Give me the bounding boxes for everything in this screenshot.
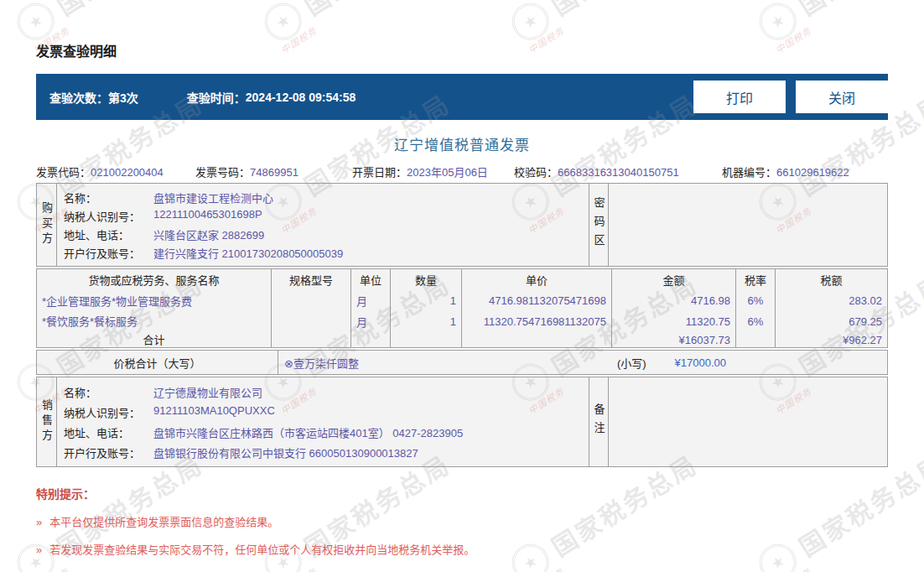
field-value: 盘锦银行股份有限公司中银支行 660050130900013827 <box>153 445 418 460</box>
watermark-tile: ★国家税务总局中国税务 <box>505 0 738 47</box>
notice-item: »若发现发票查验结果与实际交易不符，任何单位或个人有权拒收并向当地税务机关举报。 <box>36 541 475 557</box>
column-header: 货物或应税劳务、服务名称 <box>37 269 271 290</box>
check-time-value: 2024-12-08 09:54:58 <box>246 91 356 104</box>
page-title: 发票查验明细 <box>36 40 117 60</box>
field-value: 91211103MA10QPUXXC <box>153 404 275 420</box>
grand-total-label: 价税合计（大写） <box>37 351 278 374</box>
tax-bureau-emblem-icon: ★ <box>752 537 803 572</box>
column-header: 金额 <box>612 269 735 290</box>
invoice-code: 发票代码：021002200404 <box>36 164 195 179</box>
check-count: 查验次数：第3次 <box>49 89 138 106</box>
column-header: 税率 <box>736 269 775 290</box>
close-button[interactable]: 关闭 <box>796 81 888 113</box>
column-amount: 金额 4716.98 11320.75 ¥16037.73 <box>612 269 736 347</box>
invoice-code-label: 发票代码： <box>36 166 91 179</box>
check-time: 查验时间：2024-12-08 09:54:58 <box>187 89 356 106</box>
item-taxrate: 6% <box>748 294 764 307</box>
invoice-number: 发票号码：74869951 <box>195 164 352 179</box>
tax-bureau-emblem-icon: ★ <box>505 537 556 572</box>
field-label: 开户行及账号： <box>64 445 153 460</box>
invoice-verification-page: 发票查验明细 查验次数：第3次 查验时间：2024-12-08 09:54:58… <box>0 0 924 572</box>
item-unit: 月 <box>356 293 367 309</box>
item-qty: 1 <box>450 294 456 307</box>
password-area-label: 密码区 <box>589 184 609 266</box>
invoice-date-label: 开票日期： <box>352 166 407 179</box>
seller-taxid-row: 纳税人识别号： 91211103MA10QPUXXC <box>64 404 585 420</box>
invoice-date: 开票日期：2023年05月06日 <box>352 164 514 179</box>
buyer-side-label: 购买方 <box>37 184 57 266</box>
machine-number-label: 机器编号： <box>722 166 776 179</box>
buyer-side-label-text: 购买方 <box>39 202 55 247</box>
invoice-checkcode: 校验码：66683316313040150751 <box>514 164 722 179</box>
column-tax: 税额 283.02 679.25 ¥962.27 <box>776 269 887 347</box>
password-area-label-text: 密码区 <box>591 197 607 252</box>
remarks-label-text: 备注 <box>591 403 607 440</box>
field-label: 开户行及账号： <box>64 245 153 261</box>
column-spec: 规格型号 <box>272 269 351 347</box>
seller-address-row: 地址、电话： 盘锦市兴隆台区庄林路西（市客运站四楼401室） 0427-2823… <box>64 424 585 440</box>
field-label: 地址、电话： <box>64 226 153 242</box>
special-notice-title: 特别提示： <box>36 485 475 502</box>
column-header: 规格型号 <box>272 269 350 290</box>
buyer-section: 购买方 名称： 盘锦市建设工程检测中心 纳税人识别号： 122111004653… <box>36 183 888 267</box>
invoice-number-label: 发票号码： <box>195 166 250 179</box>
password-area <box>609 184 887 266</box>
item-qty: 1 <box>450 315 456 328</box>
invoice-checkcode-value: 66683316313040150751 <box>558 166 679 179</box>
check-time-label: 查验时间： <box>187 89 246 106</box>
invoice-date-value: 2023年05月06日 <box>407 166 488 179</box>
remarks-area <box>609 377 887 466</box>
item-unit: 月 <box>356 314 367 330</box>
buyer-fields: 名称： 盘锦市建设工程检测中心 纳税人识别号： 1221110046530169… <box>57 184 589 266</box>
items-table: 货物或应税劳务、服务名称 *企业管理服务*物业管理服务费 *餐饮服务*餐标服务 … <box>36 268 888 348</box>
seller-bank-row: 开户行及账号： 盘锦银行股份有限公司中银支行 66005013090001382… <box>64 445 585 460</box>
field-label: 名称： <box>64 190 153 205</box>
watermark-tile: ★国家税务总局中国税务 <box>752 0 924 47</box>
field-label: 地址、电话： <box>64 424 153 440</box>
buyer-taxid-row: 纳税人识别号： 12211100465301698P <box>64 208 585 224</box>
column-header: 税额 <box>776 269 887 290</box>
grand-total-row: 价税合计（大写） ⊗壹万柒仟圆整 (小写) ¥17000.00 <box>36 350 888 375</box>
column-name: 货物或应税劳务、服务名称 *企业管理服务*物业管理服务费 *餐饮服务*餐标服务 … <box>37 269 272 347</box>
column-taxrate: 税率 6% 6% <box>736 269 776 347</box>
grand-total-words: ⊗壹万柒仟圆整 <box>284 355 359 371</box>
column-unit: 单位 月 月 <box>351 269 391 347</box>
tax-bureau-emblem-icon: ★ <box>505 0 556 47</box>
invoice-codes-row: 发票代码：021002200404 发票号码：74869951 开票日期：202… <box>36 164 888 179</box>
watermark-subtext: 中国税务 <box>772 23 813 56</box>
notice-text: 本平台仅提供所查询发票票面信息的查验结果。 <box>49 516 278 528</box>
column-header: 数量 <box>391 269 461 290</box>
seller-side-label-text: 销售方 <box>39 399 55 445</box>
field-label: 纳税人识别号： <box>64 208 153 224</box>
watermark-subtext: 中国税务 <box>525 23 566 56</box>
grand-total-small-value: ¥17000.00 <box>675 356 726 369</box>
seller-side-label: 销售方 <box>37 377 57 466</box>
total-amount: ¥16037.73 <box>679 334 730 346</box>
column-price: 单价 4716.981132075471698 11320.7547169811… <box>462 269 612 347</box>
field-value: 盘锦市建设工程检测中心 <box>153 190 273 205</box>
watermark-subtext: 中国税务 <box>525 564 566 572</box>
watermark-text: 国家税务总局 <box>49 0 209 23</box>
seller-name-row: 名称： 辽宁德晟物业有限公司 <box>64 384 585 400</box>
total-tax: ¥962.27 <box>843 334 882 346</box>
field-label: 纳税人识别号： <box>64 404 153 420</box>
verification-topbar: 查验次数：第3次 查验时间：2024-12-08 09:54:58 打印 关闭 <box>36 74 888 120</box>
tax-bureau-emblem-icon: ★ <box>752 0 803 47</box>
field-value: 辽宁德晟物业有限公司 <box>153 384 262 400</box>
grand-total-small-label: (小写) <box>617 355 646 371</box>
check-count-label: 查验次数： <box>49 89 108 106</box>
print-button[interactable]: 打印 <box>693 81 786 113</box>
remarks-label: 备注 <box>589 377 609 466</box>
column-header: 单价 <box>462 269 611 290</box>
field-label: 名称： <box>64 384 153 400</box>
notice-bullet: » <box>36 543 42 556</box>
invoice-title: 辽宁增值税普通发票 <box>36 133 888 154</box>
item-price: 11320.754716981132075 <box>484 315 606 328</box>
field-value: 12211100465301698P <box>153 208 262 224</box>
column-header: 单位 <box>351 269 390 290</box>
topbar-buttons: 打印 关闭 <box>693 74 888 120</box>
tax-bureau-emblem-icon: ★ <box>257 0 309 47</box>
special-notice: 特别提示： »本平台仅提供所查询发票票面信息的查验结果。 »若发现发票查验结果与… <box>36 485 475 557</box>
watermark-text: 国家税务总局 <box>296 0 456 23</box>
watermark-text: 国家税务总局 <box>543 0 703 23</box>
